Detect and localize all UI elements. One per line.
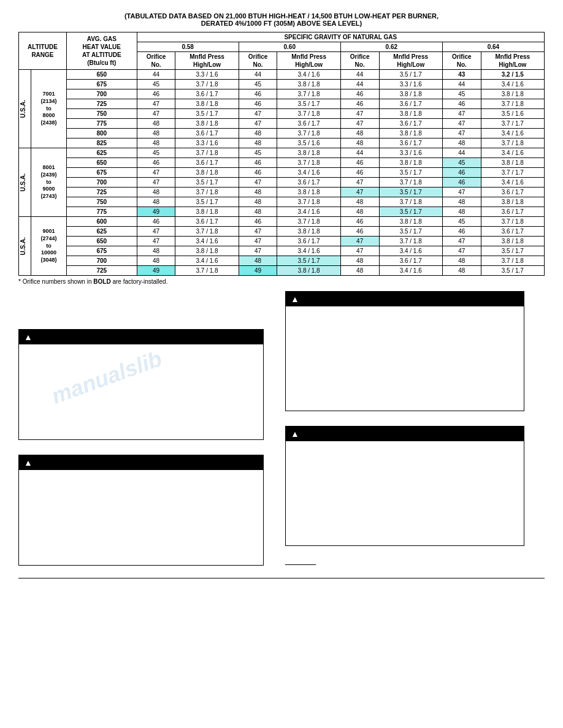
s2r4-060mp: 3.6 / 1.7	[277, 178, 340, 188]
s3r4-062or: 47	[340, 246, 379, 256]
s1r3-060mp: 3.7 / 1.8	[277, 89, 340, 99]
diagram-body-right-2	[286, 441, 524, 545]
s1r5-062mp: 3.8 / 1.8	[379, 109, 442, 119]
table-row: 800 48 3.6 / 1.7 48 3.7 / 1.8 48 3.8 / 1…	[19, 129, 545, 138]
s3r4-064mp: 3.5 / 1.7	[481, 246, 544, 256]
s1r4-060or: 46	[239, 99, 277, 109]
diagram-header-right-1: ▲	[286, 292, 524, 306]
diagram-header-left-2: ▲	[19, 455, 263, 470]
diagram-body-left-2	[19, 470, 263, 565]
s3r2-062mp: 3.5 / 1.7	[379, 227, 442, 237]
s1r2-064or: 44	[442, 80, 481, 89]
btu-3-4: 675	[66, 246, 137, 256]
s2r5-058or: 48	[137, 188, 175, 197]
s2r6-064mp: 3.8 / 1.8	[481, 197, 544, 207]
s3r4-060or: 47	[239, 246, 277, 256]
s3r2-064or: 46	[442, 227, 481, 237]
s2r6-060or: 48	[239, 197, 277, 207]
s3r5-062or: 48	[340, 256, 379, 266]
btu-1-7: 800	[66, 129, 137, 138]
s2r2-062or: 46	[340, 158, 379, 168]
s1r1-058or: 44	[137, 70, 175, 80]
table-row: 700 46 3.6 / 1.7 46 3.7 / 1.8 46 3.8 / 1…	[19, 89, 545, 99]
s2r5-064or: 47	[442, 188, 481, 197]
table-row: 750 48 3.5 / 1.7 48 3.7 / 1.8 48 3.7 / 1…	[19, 197, 545, 207]
right-diagrams: ▲ ▲ _________	[285, 291, 545, 566]
s3r1-062or: 46	[340, 217, 379, 227]
s1r1-064mp: 3.2 / 1.5	[481, 70, 544, 80]
s1r3-064mp: 3.8 / 1.8	[481, 89, 544, 99]
s2r5-060or: 48	[239, 188, 277, 197]
s1r7-060or: 48	[239, 129, 277, 138]
s3r2-064mp: 3.6 / 1.7	[481, 227, 544, 237]
s3r6-058mp: 3.7 / 1.8	[175, 266, 239, 276]
btu-3-6: 725	[66, 266, 137, 276]
s1r5-064or: 47	[442, 109, 481, 119]
s3r5-058mp: 3.4 / 1.6	[175, 256, 239, 266]
s2r7-060or: 48	[239, 207, 277, 217]
mnfld-press-058: Mnfld PressHigh/Low	[175, 52, 239, 70]
s3r4-060mp: 3.4 / 1.6	[277, 246, 340, 256]
table-row: U.S.A. 8001(2439)to9000(2743) 625 45 3.7…	[19, 148, 545, 158]
s3r6-062or: 48	[340, 266, 379, 276]
s1r3-062or: 46	[340, 89, 379, 99]
s1r6-058or: 48	[137, 119, 175, 129]
s1r6-060mp: 3.6 / 1.7	[277, 119, 340, 129]
s2r7-058or: 49	[137, 207, 175, 217]
s1r1-058mp: 3.3 / 1.6	[175, 70, 239, 80]
btu-2-7: 775	[66, 207, 137, 217]
s1r5-058or: 47	[137, 109, 175, 119]
s3r1-064mp: 3.7 / 1.8	[481, 217, 544, 227]
s3r4-062mp: 3.4 / 1.6	[379, 246, 442, 256]
btu-2-3: 675	[66, 168, 137, 178]
s1r8-058mp: 3.3 / 1.6	[175, 138, 239, 148]
s2r3-060mp: 3.4 / 1.6	[277, 168, 340, 178]
s3r3-060mp: 3.6 / 1.7	[277, 237, 340, 246]
left-diagrams: ▲ ▲	[18, 291, 278, 566]
s1r8-060or: 48	[239, 138, 277, 148]
btu-2-1: 625	[66, 148, 137, 158]
s1r1-060or: 44	[239, 70, 277, 80]
btu-1-5: 750	[66, 109, 137, 119]
s3r5-064mp: 3.7 / 1.8	[481, 256, 544, 266]
s2r1-062mp: 3.3 / 1.6	[379, 148, 442, 158]
footnote: * Orifice numbers shown in BOLD are fact…	[18, 278, 545, 285]
s2r6-058or: 48	[137, 197, 175, 207]
orifice-no-060: OrificeNo.	[239, 52, 277, 70]
s2r3-058mp: 3.8 / 1.8	[175, 168, 239, 178]
s3r1-062mp: 3.8 / 1.8	[379, 217, 442, 227]
s3r4-058or: 48	[137, 246, 175, 256]
s1r4-064or: 46	[442, 99, 481, 109]
table-row: 725 49 3.7 / 1.8 49 3.8 / 1.8 48 3.4 / 1…	[19, 266, 545, 276]
diagram-box-right-1: ▲	[285, 291, 524, 411]
s1r7-058or: 48	[137, 129, 175, 138]
btu-1-3: 700	[66, 89, 137, 99]
table-row: U.S.A. 7001(2134)to8000(2438) 650 44 3.3…	[19, 70, 545, 80]
page-header: (TABULATED DATA BASED ON 21,000 BTUH HIG…	[18, 12, 545, 27]
s1r2-060mp: 3.8 / 1.8	[277, 80, 340, 89]
s2r6-058mp: 3.5 / 1.7	[175, 197, 239, 207]
s3r3-062mp: 3.7 / 1.8	[379, 237, 442, 246]
diagram-body-right-1	[286, 306, 524, 411]
s3r2-058or: 47	[137, 227, 175, 237]
s2r4-060or: 47	[239, 178, 277, 188]
triangle-icon-3: ▲	[291, 294, 299, 304]
s2r2-060mp: 3.7 / 1.8	[277, 158, 340, 168]
s3r3-064or: 47	[442, 237, 481, 246]
btu-2-5: 725	[66, 188, 137, 197]
underline-ref: _________	[285, 553, 545, 565]
s2r6-062mp: 3.7 / 1.8	[379, 197, 442, 207]
s1r1-062or: 44	[340, 70, 379, 80]
btu-1-4: 725	[66, 99, 137, 109]
s2r2-064or: 45	[442, 158, 481, 168]
s2r2-058or: 46	[137, 158, 175, 168]
s1r5-060or: 47	[239, 109, 277, 119]
triangle-icon-4: ▲	[291, 429, 299, 439]
s3r1-058mp: 3.6 / 1.7	[175, 217, 239, 227]
s2r6-062or: 48	[340, 197, 379, 207]
diagrams-section: manualslib ▲ ▲	[18, 291, 545, 566]
s1r4-062mp: 3.6 / 1.7	[379, 99, 442, 109]
table-row: 650 47 3.4 / 1.6 47 3.6 / 1.7 47 3.7 / 1…	[19, 237, 545, 246]
s3r3-064mp: 3.8 / 1.8	[481, 237, 544, 246]
s1r8-064mp: 3.7 / 1.8	[481, 138, 544, 148]
